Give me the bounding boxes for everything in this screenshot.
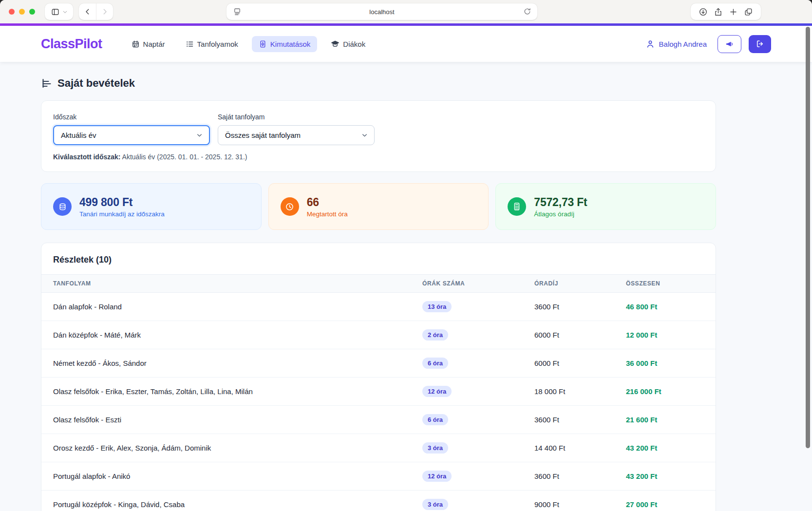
hours-badge: 13 óra — [422, 301, 452, 312]
cell-rate: 3600 Ft — [523, 462, 614, 491]
summary-label: Tanári munkadíj az időszakra — [79, 210, 165, 218]
cell-hours: 2 óra — [411, 321, 523, 349]
megaphone-icon — [725, 39, 734, 49]
cell-course: Olasz felsőfok - Eszti — [41, 406, 411, 434]
chevron-left-icon — [84, 8, 92, 16]
back-button[interactable] — [79, 3, 96, 20]
current-user: Balogh Andrea — [645, 39, 707, 49]
nav-label: Diákok — [343, 40, 365, 48]
cell-course: Dán alapfok - Roland — [41, 293, 411, 321]
cell-rate: 6000 Ft — [523, 349, 614, 378]
logout-icon — [755, 39, 764, 48]
summary-card-hours: 66 Megtartott óra — [268, 183, 489, 230]
cell-total: 216 000 Ft — [614, 378, 716, 406]
summary-label: Megtartott óra — [307, 210, 348, 218]
cell-hours: 12 óra — [411, 462, 523, 491]
column-header-course: Tanfolyam — [41, 275, 411, 293]
summary-card-earnings: 499 800 Ft Tanári munkadíj az időszakra — [41, 183, 262, 230]
hours-badge: 6 óra — [422, 414, 448, 425]
summary-value: 66 — [307, 196, 348, 209]
cell-total: 36 000 Ft — [614, 349, 716, 378]
summary-value: 499 800 Ft — [79, 196, 165, 209]
filters-card: Időszak Aktuális év Saját tanfolyam Össz… — [41, 100, 716, 172]
tab-overview-icon[interactable] — [744, 7, 753, 17]
user-name: Balogh Andrea — [659, 40, 707, 48]
chevron-down-icon — [361, 132, 368, 139]
logout-button[interactable] — [749, 35, 771, 53]
cell-hours: 3 óra — [411, 434, 523, 462]
cell-course: Portugál alapfok - Anikó — [41, 462, 411, 491]
sidebar-toggle-button[interactable] — [45, 3, 73, 20]
cell-hours: 12 óra — [411, 378, 523, 406]
new-tab-icon[interactable] — [729, 7, 738, 17]
course-select[interactable]: Összes saját tanfolyam — [218, 125, 375, 145]
cell-course: Német kezdő - Ákos, Sándor — [41, 349, 411, 378]
cell-course: Olasz felsőfok - Erika, Eszter, Tamás, Z… — [41, 378, 411, 406]
chevron-right-icon — [101, 8, 109, 16]
page-format-icon[interactable] — [233, 7, 242, 16]
column-header-total: Összesen — [614, 275, 716, 293]
details-table: Tanfolyam Órák száma Óradíj Összesen Dán… — [41, 274, 716, 511]
cell-rate: 3600 Ft — [523, 406, 614, 434]
cell-rate: 9000 Ft — [523, 491, 614, 511]
cell-total: 43 200 Ft — [614, 434, 716, 462]
cell-total: 46 800 Ft — [614, 293, 716, 321]
cell-hours: 6 óra — [411, 349, 523, 378]
summary-cards: 499 800 Ft Tanári munkadíj az időszakra … — [41, 183, 716, 230]
table-row: Portugál középfok - Kinga, Dávid, Csaba … — [41, 491, 716, 511]
table-row: Dán középfok - Máté, Márk 2 óra 6000 Ft … — [41, 321, 716, 349]
hours-badge: 12 óra — [422, 386, 452, 397]
cell-hours: 3 óra — [411, 491, 523, 511]
address-bar[interactable]: localhost — [227, 3, 537, 20]
main-nav: Naptár Tanfolyamok Kimutatások Diákok — [125, 36, 373, 52]
toolbar-actions — [691, 3, 761, 20]
graduation-cap-icon — [331, 39, 340, 48]
hours-badge: 6 óra — [422, 358, 448, 369]
nav-item-diakok[interactable]: Diákok — [324, 36, 372, 52]
close-window-button[interactable] — [9, 9, 15, 15]
column-header-rate: Óradíj — [523, 275, 614, 293]
scrollbar-thumb[interactable] — [806, 27, 810, 448]
calendar-icon — [132, 40, 140, 48]
table-row: Dán alapfok - Roland 13 óra 3600 Ft 46 8… — [41, 293, 716, 321]
course-select-value: Összes saját tanfolyam — [225, 131, 301, 139]
cell-rate: 14 400 Ft — [523, 434, 614, 462]
nav-item-naptar[interactable]: Naptár — [125, 36, 172, 52]
clock-icon — [281, 197, 299, 216]
browser-toolbar: localhost — [0, 0, 812, 23]
nav-label: Naptár — [143, 40, 165, 48]
table-body: Dán alapfok - Roland 13 óra 3600 Ft 46 8… — [41, 293, 716, 511]
reload-icon[interactable] — [523, 7, 531, 16]
column-header-hours: Órák száma — [411, 275, 523, 293]
zoom-window-button[interactable] — [29, 9, 35, 15]
table-row: Német kezdő - Ákos, Sándor 6 óra 6000 Ft… — [41, 349, 716, 378]
app-header: ClassPilot Naptár Tanfolyamok Kimutatáso… — [0, 26, 812, 62]
chevron-down-icon — [196, 132, 203, 139]
cell-course: Dán középfok - Máté, Márk — [41, 321, 411, 349]
user-icon — [645, 39, 655, 49]
hours-badge: 3 óra — [422, 442, 448, 454]
announcements-button[interactable] — [718, 35, 741, 53]
app-logo[interactable]: ClassPilot — [41, 37, 102, 52]
cell-total: 21 600 Ft — [614, 406, 716, 434]
hours-badge: 2 óra — [422, 329, 448, 341]
course-filter-label: Saját tanfolyam — [218, 113, 375, 121]
downloads-icon[interactable] — [699, 7, 708, 17]
period-select[interactable]: Aktuális év — [53, 125, 210, 145]
nav-item-tanfolyamok[interactable]: Tanfolyamok — [179, 36, 245, 52]
cell-total: 43 200 Ft — [614, 462, 716, 491]
cell-hours: 6 óra — [411, 406, 523, 434]
coins-icon — [53, 197, 72, 216]
cell-total: 27 000 Ft — [614, 491, 716, 511]
cell-hours: 13 óra — [411, 293, 523, 321]
calculator-icon — [508, 197, 526, 216]
table-row: Olasz felsőfok - Erika, Eszter, Tamás, Z… — [41, 378, 716, 406]
period-filter-label: Időszak — [53, 113, 210, 121]
history-nav — [79, 3, 113, 20]
share-icon[interactable] — [714, 7, 723, 17]
page-title: Saját bevételek — [41, 77, 716, 90]
nav-item-kimutatasok[interactable]: Kimutatások — [252, 36, 318, 52]
selected-period-note: Kiválasztott időszak: Aktuális év (2025.… — [53, 153, 704, 161]
minimize-window-button[interactable] — [19, 9, 25, 15]
forward-button[interactable] — [96, 3, 113, 20]
